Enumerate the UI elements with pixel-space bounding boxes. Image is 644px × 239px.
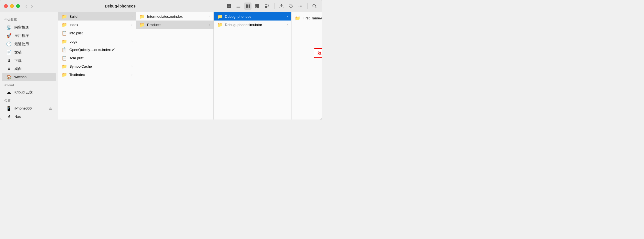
svg-rect-16 bbox=[265, 7, 266, 8]
titlebar: ‹ › Debug-iphoneos bbox=[0, 0, 322, 12]
folder-icon: 📁 bbox=[217, 22, 223, 27]
file-row-logs[interactable]: 📁 Logs › bbox=[58, 37, 136, 45]
sidebar-item-nas[interactable]: 🖥 Nas bbox=[2, 113, 56, 120]
content-area: 个人收藏 📡 隔空投送 🚀 应用程序 🕐 最近使用 📄 文稿 ⬇ 下载 bbox=[0, 12, 322, 120]
documents-icon: 📄 bbox=[6, 50, 12, 55]
svg-rect-18 bbox=[266, 6, 267, 7]
nas-icon: 🖥 bbox=[6, 114, 12, 119]
svg-rect-15 bbox=[265, 6, 266, 7]
search-button[interactable] bbox=[311, 2, 318, 10]
svg-rect-19 bbox=[266, 7, 267, 8]
downloads-label: 下载 bbox=[14, 58, 22, 63]
file-browser: 📁 Build › 📁 Index › 📋 info.plist 📁 Logs … bbox=[58, 12, 322, 120]
file-name: Products bbox=[147, 23, 207, 27]
icloud-drive-label: iCloud 云盘 bbox=[14, 90, 33, 95]
file-name: OpenQuickly-...orks.index-v1 bbox=[69, 48, 132, 52]
finder-window: ‹ › Debug-iphoneos bbox=[0, 0, 322, 120]
folder-icon: 📁 bbox=[62, 72, 67, 77]
eject-icon[interactable]: ⏏ bbox=[49, 106, 52, 110]
sidebar-item-downloads[interactable]: ⬇ 下载 bbox=[2, 57, 56, 65]
file-row-intermediates[interactable]: 📁 Intermediates.noindex › bbox=[136, 12, 213, 21]
file-name: info.plist bbox=[69, 31, 132, 35]
file-name: scm.plist bbox=[69, 56, 132, 60]
sidebar-item-iphone[interactable]: 📱 iPhone666 ⏏ bbox=[2, 104, 56, 112]
more-button[interactable] bbox=[297, 2, 304, 10]
documents-label: 文稿 bbox=[14, 50, 22, 55]
file-row-products[interactable]: 📁 Products › bbox=[136, 21, 213, 29]
svg-rect-1 bbox=[229, 4, 231, 6]
sidebar-item-documents[interactable]: 📄 文稿 bbox=[2, 48, 56, 56]
toolbar-separator bbox=[274, 3, 275, 9]
apps-icon: 🚀 bbox=[6, 33, 12, 38]
icloud-label: iCloud bbox=[0, 81, 58, 88]
file-row-scmplist[interactable]: 📋 scm.plist bbox=[58, 54, 136, 62]
chevron-icon: › bbox=[287, 23, 288, 27]
arrange-button[interactable] bbox=[263, 2, 271, 10]
iphone-icon: 📱 bbox=[6, 106, 12, 111]
file-row-textindex[interactable]: 📁 TextIndex › bbox=[58, 70, 136, 79]
file-row-symbolcache[interactable]: 📁 SymbolCache › bbox=[58, 62, 136, 70]
desktop-icon: 🖥 bbox=[6, 66, 12, 71]
svg-rect-20 bbox=[268, 4, 268, 5]
svg-rect-9 bbox=[249, 4, 250, 8]
grid-view-button[interactable] bbox=[225, 2, 233, 10]
close-button[interactable] bbox=[4, 4, 8, 8]
file-row-firstframework[interactable]: 📁 FirstFramework.framework bbox=[291, 14, 322, 22]
svg-rect-8 bbox=[247, 4, 248, 8]
witchan-icon: 🏠 bbox=[6, 74, 12, 80]
column-3: 📁 Debug-iphoneos › 📁 Debug-iphonesimulat… bbox=[214, 12, 291, 120]
chevron-icon: › bbox=[131, 39, 132, 43]
svg-rect-0 bbox=[227, 4, 229, 6]
file-row-build[interactable]: 📁 Build › bbox=[58, 12, 136, 21]
svg-rect-4 bbox=[237, 5, 240, 5]
svg-rect-10 bbox=[255, 4, 259, 7]
file-row-debug-iphoneos[interactable]: 📁 Debug-iphoneos › bbox=[214, 12, 291, 21]
svg-rect-7 bbox=[246, 4, 247, 8]
file-row-debug-simulator[interactable]: 📁 Debug-iphonesimulator › bbox=[214, 21, 291, 29]
file-name: Logs bbox=[69, 39, 129, 44]
desktop-label: 桌面 bbox=[14, 66, 22, 71]
list-view-button[interactable] bbox=[235, 2, 242, 10]
share-button[interactable] bbox=[278, 2, 285, 10]
plist-icon: 📋 bbox=[62, 55, 67, 61]
chevron-icon: › bbox=[209, 23, 210, 27]
plist-icon: 📋 bbox=[62, 47, 67, 52]
folder-icon: 📁 bbox=[62, 39, 67, 44]
tag-button[interactable] bbox=[287, 2, 295, 10]
witchan-label: witchan bbox=[14, 75, 27, 79]
toolbar-separator-2 bbox=[307, 3, 308, 9]
column-2: 📁 Intermediates.noindex › 📁 Products › bbox=[136, 12, 214, 120]
gallery-view-button[interactable] bbox=[254, 2, 261, 10]
column-view-button[interactable] bbox=[244, 2, 251, 10]
file-name: SymbolCache bbox=[69, 64, 129, 68]
svg-point-22 bbox=[290, 5, 290, 5]
sidebar-item-recent[interactable]: 🕐 最近使用 bbox=[2, 40, 56, 48]
svg-rect-17 bbox=[266, 4, 267, 5]
chevron-icon: › bbox=[131, 23, 132, 27]
column-1: 📁 Build › 📁 Index › 📋 info.plist 📁 Logs … bbox=[58, 12, 136, 120]
svg-rect-3 bbox=[229, 6, 231, 8]
file-row-infoplist[interactable]: 📋 info.plist bbox=[58, 29, 136, 37]
sidebar-item-apps[interactable]: 🚀 应用程序 bbox=[2, 32, 56, 40]
folder-icon: 📁 bbox=[62, 14, 67, 19]
folder-icon: 📁 bbox=[139, 22, 145, 27]
file-name: Intermediates.noindex bbox=[147, 14, 207, 19]
apps-label: 应用程序 bbox=[14, 33, 29, 38]
sidebar-item-witchan[interactable]: 🏠 witchan bbox=[2, 73, 56, 81]
sidebar-item-desktop[interactable]: 🖥 桌面 bbox=[2, 65, 56, 73]
sidebar: 个人收藏 📡 隔空投送 🚀 应用程序 🕐 最近使用 📄 文稿 ⬇ 下载 bbox=[0, 12, 58, 120]
sidebar-item-icloud[interactable]: ☁ iCloud 云盘 bbox=[2, 88, 56, 96]
iphone-label: iPhone666 bbox=[14, 106, 32, 110]
svg-point-23 bbox=[299, 6, 300, 6]
sidebar-item-airdrop[interactable]: 📡 隔空投送 bbox=[2, 23, 56, 31]
annotation-box: 这就是编译好的framework文件 bbox=[314, 48, 322, 58]
file-row-openquickly[interactable]: 📋 OpenQuickly-...orks.index-v1 bbox=[58, 45, 136, 54]
minimize-button[interactable] bbox=[10, 4, 14, 8]
file-name: Debug-iphoneos bbox=[225, 14, 285, 19]
file-name: Build bbox=[69, 14, 129, 19]
folder-icon: 📁 bbox=[217, 14, 223, 19]
svg-rect-14 bbox=[265, 4, 266, 5]
file-row-index[interactable]: 📁 Index › bbox=[58, 21, 136, 29]
chevron-icon: › bbox=[209, 14, 210, 18]
chevron-icon: › bbox=[287, 14, 288, 18]
